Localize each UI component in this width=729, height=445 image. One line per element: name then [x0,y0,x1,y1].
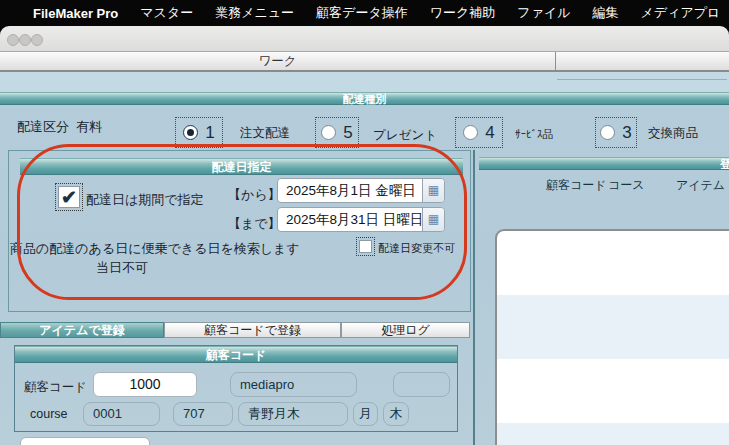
column-header-item: アイテム [676,177,725,194]
course-code-field[interactable]: 0001 [83,402,160,426]
menu-item-master[interactable]: マスター [140,4,193,22]
menu-app-name[interactable]: FileMaker Pro [33,6,118,21]
from-label: 【から】 [228,186,281,204]
menu-bar: FileMaker Pro マスター 業務メニュー 顧客データ操作 ワーク補助 … [0,0,729,26]
delivery-category-value[interactable]: 有料 [76,118,102,136]
calendar-icon[interactable]: ▦ [422,179,444,202]
radio-label-exchange: 交換商品 [648,125,698,142]
radio-option-3[interactable]: 3 [595,117,637,148]
header-band-divider [557,79,727,80]
radio-option-1[interactable]: 1 [175,117,223,148]
no-change-checkbox[interactable] [359,240,372,253]
delivery-date-header: 配達日指定 [20,158,463,175]
radio-option-5[interactable]: 5 [315,117,359,148]
menu-item-gyomu[interactable]: 業務メニュー [215,4,294,22]
radio-icon [463,125,478,140]
column-header-course: コース [608,177,645,194]
radio-value: 3 [622,123,631,143]
day1-field[interactable]: 月 [353,402,378,426]
course-number-field[interactable]: 707 [173,402,233,426]
menu-item-work-hojo[interactable]: ワーク補助 [430,4,496,22]
menu-item-mediapro[interactable]: メディアプロ [641,4,721,22]
tab-work[interactable]: ワーク [0,52,556,70]
zoom-button[interactable] [31,34,43,46]
customer-extra-field[interactable] [393,372,450,397]
period-checkbox-label: 配達日は期間で指定 [86,191,204,209]
to-label: 【まで】 [228,215,281,233]
note-line2: 当日不可 [96,259,148,277]
window-title-bar [0,26,729,52]
layout-tab-strip: ワーク [0,52,729,72]
radio-icon [600,125,615,140]
panel-divider [473,150,475,445]
tab-process-log[interactable]: 処理ログ [341,322,470,338]
tab-item-register[interactable]: アイテムで登録 [0,322,164,338]
menu-item-file[interactable]: ファイル [517,4,570,22]
delivery-category-label: 配達区分 [17,118,69,136]
tab-right-empty[interactable] [557,52,729,70]
bottom-partial-input[interactable] [20,437,150,445]
no-change-checkbox-label: 配達日変更不可 [378,241,455,256]
radio-value: 1 [205,123,214,143]
radio-value: 4 [485,123,494,143]
to-date-field[interactable]: 2025年8月31日 日曜日 ▦ [277,207,445,232]
menu-item-kokyaku-data[interactable]: 顧客データ操作 [316,4,408,22]
radio-label-present: プレゼント [373,127,437,144]
tab-customer-code-register[interactable]: 顧客コードで登録 [164,322,341,338]
minimize-button[interactable] [19,34,31,46]
radio-icon-selected [183,125,198,140]
radio-label-service: ｻｰﾋﾞｽ品 [515,127,554,142]
radio-option-4[interactable]: 4 [455,117,503,148]
header-band [0,72,729,93]
customer-panel-header: 顧客コード [15,346,457,363]
column-header-customer-code: 顧客コード [546,177,607,194]
close-button[interactable] [7,34,19,46]
note-line1: 商品の配達のある日に便乗できる日を検索します [10,240,300,258]
right-panel-header-partial-text: 登 [720,158,729,170]
course-name-field[interactable]: 青野月木 [238,402,348,426]
menu-item-edit[interactable]: 編集 [593,4,619,22]
to-date-value: 2025年8月31日 日曜日 [286,212,423,227]
calendar-icon[interactable]: ▦ [422,208,444,231]
customer-code-input[interactable]: 1000 [93,372,197,397]
from-date-field[interactable]: 2025年8月1日 金曜日 ▦ [277,178,445,203]
period-checkbox[interactable]: ✔ [58,186,80,208]
day2-field[interactable]: 木 [383,402,409,426]
result-list[interactable] [495,229,729,445]
radio-label-chumon: 注文配達 [240,125,290,142]
radio-value: 5 [343,123,352,143]
from-date-value: 2025年8月1日 金曜日 [286,183,416,198]
right-panel-header: 登 [479,157,729,170]
radio-icon [321,125,336,140]
course-label: course [30,407,68,421]
checkmark-icon: ✔ [61,186,77,209]
delivery-type-header: 配達種別 [0,92,729,105]
customer-name-field[interactable]: mediapro [230,372,357,397]
app-window: FileMaker Pro マスター 業務メニュー 顧客データ操作 ワーク補助 … [0,0,729,445]
customer-code-label: 顧客コード [24,379,87,396]
